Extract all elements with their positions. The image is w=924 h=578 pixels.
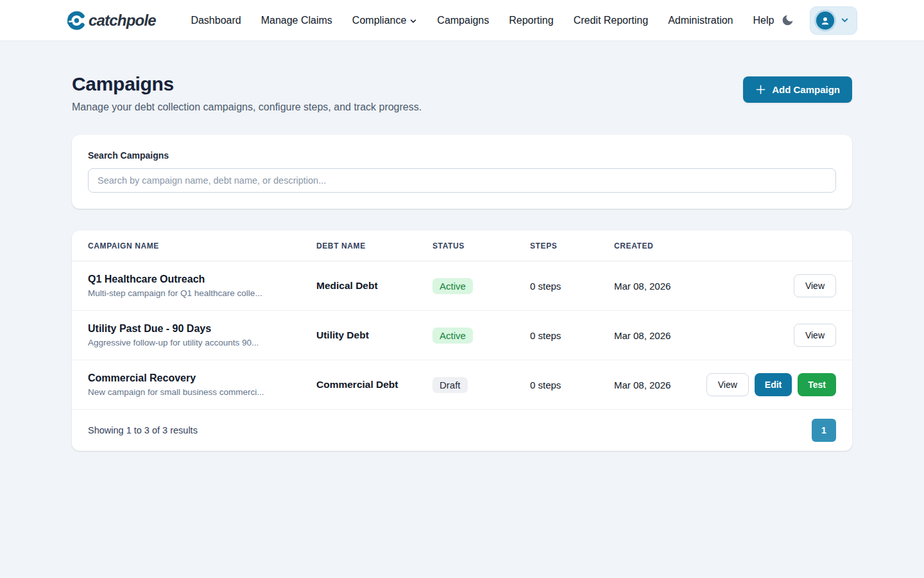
main-content: Campaigns Manage your debt collection ca…: [72, 73, 852, 451]
nav-item-manage-claims[interactable]: Manage Claims: [261, 15, 332, 26]
results-summary: Showing 1 to 3 of 3 results: [88, 425, 198, 435]
chevron-down-icon: [409, 16, 417, 25]
avatar: [816, 12, 834, 30]
page-subtitle: Manage your debt collection campaigns, c…: [72, 101, 422, 113]
page-title: Campaigns: [72, 73, 422, 95]
nav-item-reporting[interactable]: Reporting: [509, 15, 553, 26]
steps-count: 0 steps: [530, 380, 614, 390]
brand-logo[interactable]: catchpole: [67, 11, 156, 30]
campaign-name: Utility Past Due - 90 Days: [88, 323, 316, 335]
dark-mode-toggle[interactable]: [780, 12, 796, 28]
pagination-page-1-button[interactable]: 1: [812, 419, 836, 442]
search-input[interactable]: [88, 168, 836, 193]
row-actions: View: [721, 274, 836, 297]
debt-name: Commercial Debt: [316, 379, 432, 390]
plus-icon: [755, 84, 766, 95]
campaign-name-cell: Utility Past Due - 90 Days Aggressive fo…: [88, 323, 316, 347]
debt-name: Utility Debt: [316, 329, 432, 341]
created-date: Mar 08, 2026: [614, 330, 721, 341]
top-navigation-bar: catchpole Dashboard Manage Claims Compli…: [0, 0, 924, 41]
campaign-name-cell: Q1 Healthcare Outreach Multi-step campai…: [88, 274, 316, 298]
test-button[interactable]: Test: [798, 373, 836, 396]
debt-name: Medical Debt: [316, 280, 432, 292]
logo-wordmark: catchpole: [89, 12, 156, 30]
view-button[interactable]: View: [794, 274, 836, 297]
campaign-name: Q1 Healthcare Outreach: [88, 274, 316, 285]
nav-item-credit-reporting[interactable]: Credit Reporting: [574, 15, 649, 26]
status-cell: Active: [432, 328, 530, 344]
column-header-campaign-name: CAMPAIGN NAME: [88, 241, 316, 250]
campaign-description: New campaign for small business commerci…: [88, 387, 316, 397]
nav-item-campaigns[interactable]: Campaigns: [437, 15, 489, 26]
table-footer: Showing 1 to 3 of 3 results 1: [72, 410, 852, 451]
table-row: Commercial Recovery New campaign for sma…: [72, 360, 852, 410]
column-header-steps: STEPS: [530, 241, 614, 250]
search-label: Search Campaigns: [88, 150, 836, 161]
view-button[interactable]: View: [794, 324, 836, 347]
user-menu-button[interactable]: [810, 6, 857, 35]
logo-icon: [67, 11, 86, 30]
row-actions: View Edit Test: [721, 373, 836, 396]
status-badge: Active: [432, 328, 473, 344]
table-row: Q1 Healthcare Outreach Multi-step campai…: [72, 261, 852, 311]
nav-right-controls: [780, 6, 857, 35]
row-actions: View: [721, 324, 836, 347]
nav-item-help[interactable]: Help: [753, 15, 774, 26]
page-header: Campaigns Manage your debt collection ca…: [72, 73, 852, 113]
steps-count: 0 steps: [530, 281, 614, 292]
campaign-description: Aggressive follow-up for utility account…: [88, 338, 316, 347]
campaign-name: Commercial Recovery: [88, 372, 316, 384]
column-header-status: STATUS: [432, 241, 530, 250]
column-header-debt-name: DEBT NAME: [316, 241, 432, 250]
moon-icon: [781, 13, 794, 27]
created-date: Mar 08, 2026: [614, 281, 721, 292]
campaigns-table: CAMPAIGN NAME DEBT NAME STATUS STEPS CRE…: [72, 231, 852, 451]
table-header-row: CAMPAIGN NAME DEBT NAME STATUS STEPS CRE…: [72, 231, 852, 261]
created-date: Mar 08, 2026: [614, 380, 721, 390]
steps-count: 0 steps: [530, 330, 614, 341]
status-cell: Active: [432, 278, 530, 294]
nav-item-dashboard[interactable]: Dashboard: [191, 15, 241, 26]
column-header-created: CREATED: [614, 241, 721, 250]
view-button[interactable]: View: [706, 373, 749, 396]
status-badge: Draft: [432, 377, 468, 393]
table-row: Utility Past Due - 90 Days Aggressive fo…: [72, 311, 852, 360]
search-panel: Search Campaigns: [72, 135, 852, 209]
campaign-description: Multi-step campaign for Q1 healthcare co…: [88, 288, 316, 298]
campaign-name-cell: Commercial Recovery New campaign for sma…: [88, 372, 316, 397]
primary-nav: Dashboard Manage Claims Compliance Campa…: [161, 15, 774, 26]
nav-item-administration[interactable]: Administration: [668, 15, 733, 26]
edit-button[interactable]: Edit: [755, 373, 792, 396]
add-campaign-button[interactable]: Add Campaign: [743, 76, 852, 103]
nav-item-compliance[interactable]: Compliance: [352, 15, 417, 26]
status-cell: Draft: [432, 377, 530, 393]
chevron-down-icon: [841, 16, 849, 24]
status-badge: Active: [432, 278, 473, 294]
